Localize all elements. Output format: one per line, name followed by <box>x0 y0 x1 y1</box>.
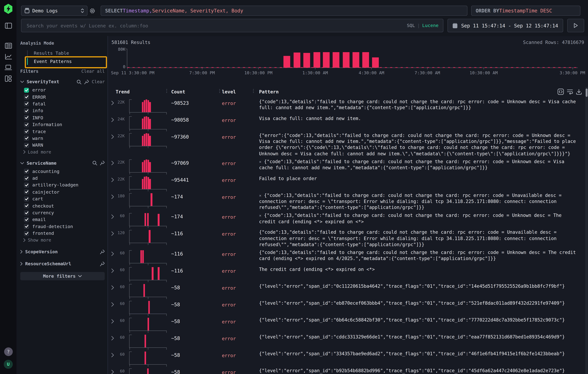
clear-all-button[interactable]: Clear all <box>81 69 105 74</box>
search-input[interactable] <box>26 22 404 29</box>
checkbox[interactable] <box>24 122 29 127</box>
pattern-row[interactable]: 60 ~58 error {"level":"error","span_id":… <box>108 298 588 315</box>
select-clause-input[interactable]: SELECT Timestamp, ServiceName, SeverityT… <box>101 6 467 16</box>
service-option[interactable]: email <box>20 216 105 223</box>
col-resize-handle[interactable]: ⋮ <box>251 88 255 93</box>
severity-option[interactable]: Information <box>20 121 105 128</box>
source-settings-button[interactable] <box>89 8 95 14</box>
checkbox[interactable] <box>24 136 29 141</box>
checkbox[interactable] <box>24 183 29 188</box>
pattern-row[interactable]: 60 ~58 error {"level":"error","span_id":… <box>108 332 588 349</box>
service-option[interactable]: frontend <box>20 230 105 237</box>
pattern-row[interactable]: 60 ~58 error {"level":"error","span_id":… <box>108 281 588 298</box>
pattern-text-cell[interactable]: Failed to place order <box>259 174 580 182</box>
facet-clear-button[interactable]: Clear <box>92 79 105 84</box>
sidebar-toggle-button[interactable] <box>0 22 17 29</box>
col-header-count[interactable]: Count <box>171 89 185 94</box>
pattern-text-cell[interactable]: {"level":"error","span_id":"cddc331329e6… <box>259 332 580 340</box>
facet-header[interactable]: SeverityText Clear <box>20 78 105 85</box>
user-avatar[interactable]: U <box>0 360 17 369</box>
pattern-row[interactable]: 60 ~116 error {"code":13,"details":"fail… <box>108 248 588 265</box>
checkbox[interactable] <box>24 115 29 120</box>
pattern-row[interactable]: 22K ~95441 error Failed to place order <box>108 174 588 191</box>
service-option[interactable]: fraud-detection <box>20 223 105 230</box>
language-option[interactable]: Lucene <box>422 23 439 28</box>
app-logo[interactable] <box>0 4 17 14</box>
run-query-button[interactable] <box>567 19 584 32</box>
severity-option[interactable]: info <box>20 107 105 114</box>
facet-header[interactable]: ResourceSchemaUrl <box>20 261 105 267</box>
orderby-clause-input[interactable]: ORDER BY TimestampTime DESC <box>471 6 580 16</box>
checkbox[interactable] <box>24 169 29 174</box>
pattern-row[interactable]: 60 ~116 error The credit card (ending <*… <box>108 264 588 281</box>
pattern-text-cell[interactable]: The credit card (ending <*> expired on <… <box>259 264 580 273</box>
pattern-text-cell[interactable]: {"level":"error","span_id":"334357bae9ed… <box>259 349 580 357</box>
language-option[interactable]: SQL <box>407 23 415 28</box>
pattern-row[interactable]: 120 ~116 error {"code":13,"details":"fai… <box>108 228 588 248</box>
checkbox[interactable] <box>24 203 29 208</box>
pattern-row[interactable]: 60 ~58 error {"level":"error","span_id":… <box>108 315 588 332</box>
severity-option[interactable]: fatal <box>20 101 105 107</box>
pattern-text-cell[interactable]: {"level":"error","span_id":"6b64c6c58842… <box>259 315 580 323</box>
pattern-text-cell[interactable]: ×{"code":13,"details":"failed to charge … <box>259 157 580 171</box>
col-header-level[interactable]: level <box>222 89 236 94</box>
pattern-text-cell[interactable]: {"code":13,"details":"failed to charge c… <box>259 97 580 111</box>
service-option[interactable]: accounting <box>20 168 105 175</box>
pattern-text-cell[interactable]: {"code":13,"details":"failed to charge c… <box>259 228 580 248</box>
results-histogram[interactable]: 80K 0 Sep 11 3:30:00 PM7:30:00 PM10:30:0… <box>108 47 588 86</box>
service-option[interactable]: cainjector <box>20 189 105 196</box>
download-icon[interactable] <box>576 89 582 95</box>
service-option[interactable]: currency <box>20 209 105 216</box>
service-option[interactable]: artillery-loadgen <box>20 182 105 189</box>
severity-option[interactable]: ERROR <box>20 94 105 101</box>
col-header-trend[interactable]: Trend <box>116 89 130 94</box>
language-option[interactable]: | <box>417 23 420 28</box>
facet-header[interactable]: ServiceName <box>20 160 105 166</box>
query-language-toggle[interactable]: SQL|Lucene <box>407 23 438 28</box>
col-resize-handle[interactable]: ⋮ <box>217 88 221 93</box>
checkbox[interactable] <box>24 129 29 134</box>
analysis-mode-tab[interactable]: Results Table <box>20 49 105 58</box>
pattern-text-cell[interactable]: Visa cache full: cannot add new item. <box>259 114 580 122</box>
wrap-lines-icon[interactable] <box>567 89 573 94</box>
pattern-text-cell[interactable]: ×{"code":13,"details":"failed to charge … <box>259 191 580 211</box>
checkbox[interactable] <box>24 190 29 194</box>
pattern-row[interactable]: 22K ~97069 error ×{"code":13,"details":"… <box>108 157 588 174</box>
pattern-row[interactable]: 24K ~98058 error Visa cache full: cannot… <box>108 114 588 131</box>
checkbox[interactable] <box>24 94 29 99</box>
col-resize-handle[interactable]: ⋮ <box>164 88 168 93</box>
pattern-text-cell[interactable]: {"level":"error","span_id":"b92b54b6882b… <box>259 366 580 374</box>
pattern-row[interactable]: 60 ~58 error {"level":"error","span_id":… <box>108 349 588 366</box>
pattern-row[interactable]: 180 ~174 error ×{"code":13,"details":"fa… <box>108 191 588 211</box>
histogram-plot[interactable]: Sep 11 3:30:00 PM7:30:00 PM10:30:00 PM1:… <box>127 49 578 68</box>
severity-load-more[interactable]: Load more <box>20 149 105 155</box>
pattern-row[interactable]: 60 ~174 error ×{"code":13,"details":"fai… <box>108 211 588 228</box>
scrollbar-thumb[interactable] <box>586 89 588 97</box>
checkbox[interactable] <box>24 210 29 215</box>
pattern-text-cell[interactable]: ×{"code":13,"details":"failed to charge … <box>259 211 580 225</box>
checkbox[interactable] <box>24 231 29 236</box>
checkbox[interactable] <box>24 224 29 229</box>
vertical-scrollbar[interactable] <box>585 87 588 374</box>
nav-dashboards[interactable] <box>0 75 17 82</box>
checkbox[interactable] <box>24 217 29 222</box>
checkbox[interactable] <box>24 101 29 106</box>
nav-search-logs[interactable] <box>0 43 17 49</box>
service-show-more[interactable]: Show more <box>20 237 105 243</box>
nav-chart-explorer[interactable] <box>0 54 17 60</box>
nav-sessions[interactable] <box>0 64 17 71</box>
pattern-row[interactable]: 60 ~58 error {"level":"error","span_id":… <box>108 366 588 374</box>
pattern-row[interactable]: 22K ~98523 error {"code":13,"details":"f… <box>108 97 588 114</box>
pattern-text-cell[interactable]: {"error":{"code":13,"details":"failed to… <box>259 131 580 157</box>
service-option[interactable]: ad <box>20 175 105 182</box>
service-option[interactable]: checkout <box>20 202 105 209</box>
pattern-row[interactable]: 22K ~97360 error {"error":{"code":13,"de… <box>108 131 588 157</box>
severity-option[interactable]: INFO <box>20 114 105 121</box>
severity-option[interactable]: warn <box>20 135 105 142</box>
pattern-text-cell[interactable]: {"level":"error","span_id":"eb870ecef063… <box>259 298 580 306</box>
time-range-picker[interactable]: Sep 11 15:47:14 - Sep 12 15:47:14 <box>448 19 563 32</box>
checkbox[interactable] <box>24 176 29 181</box>
severity-option[interactable]: WARN <box>20 142 105 149</box>
pattern-text-cell[interactable]: {"code":13,"details":"failed to charge c… <box>259 248 580 262</box>
analysis-mode-tab[interactable]: Event Patterns <box>20 58 105 66</box>
